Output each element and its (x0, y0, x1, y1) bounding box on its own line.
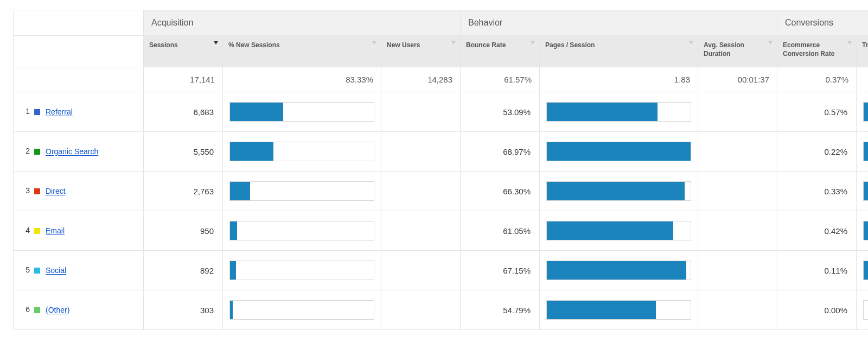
column-group-behavior: Behavior (461, 10, 777, 36)
bar-chart (546, 300, 691, 320)
cell-sessions: 5,550 (144, 132, 223, 172)
cell-new-users (381, 211, 461, 251)
bar-chart (863, 142, 868, 161)
cell-transactions-bar (857, 172, 868, 211)
cell-bounce-rate: 54.79% (461, 290, 540, 330)
legend-swatch-icon (34, 149, 40, 155)
bar-fill (230, 261, 236, 280)
cell-transactions-bar (857, 211, 868, 251)
cell-pages-per-session-bar (540, 132, 698, 172)
total-new-users: 14,283 (381, 67, 461, 92)
totals-row: 17,141 83.33% 14,283 61.57% 1.83 00:01:3… (14, 67, 869, 92)
analytics-channel-table: Acquisition Behavior Conversions Session… (13, 10, 855, 330)
cell-avg-session-duration (698, 132, 777, 172)
column-header-new-users[interactable]: New Users (381, 36, 461, 67)
column-group-header-row: Acquisition Behavior Conversions (14, 10, 869, 36)
total-transactions: 64 (857, 67, 868, 92)
table-row: 6(Other)30354.79%0.00% (14, 290, 869, 330)
channel-link[interactable]: Direct (46, 187, 66, 196)
bar-chart (863, 102, 868, 122)
cell-avg-session-duration (698, 211, 777, 251)
cell-bounce-rate: 66.30% (461, 172, 540, 211)
bar-fill (230, 221, 237, 240)
sort-descending-icon (372, 41, 376, 45)
bar-chart (863, 261, 868, 280)
bar-fill (230, 103, 283, 121)
row-label-cell: 2Organic Search (14, 132, 144, 172)
table-row: 2Organic Search5,55068.97%0.22% (14, 132, 869, 172)
cell-bounce-rate: 68.97% (461, 132, 540, 172)
cell-new-users (381, 290, 461, 330)
legend-swatch-icon (34, 228, 40, 234)
cell-sessions: 892 (144, 251, 223, 290)
row-label-cell: 6(Other) (14, 290, 144, 330)
cell-ecommerce-conversion-rate: 0.22% (777, 132, 857, 172)
row-index: 2 (22, 147, 30, 155)
bar-chart (546, 142, 691, 161)
bar-fill (230, 301, 233, 319)
cell-sessions: 950 (144, 211, 223, 251)
bar-chart (229, 300, 374, 320)
channel-link[interactable]: Organic Search (46, 148, 98, 156)
column-header-sessions[interactable]: Sessions (144, 36, 223, 67)
row-index: 6 (22, 305, 30, 314)
cell-avg-session-duration (698, 172, 777, 211)
cell-pages-per-session-bar (540, 172, 698, 211)
cell-sessions: 2,763 (144, 172, 223, 211)
sort-descending-icon (768, 41, 773, 45)
column-header-avg-session-duration[interactable]: Avg. Session Duration (698, 36, 777, 67)
cell-new-users (381, 172, 461, 211)
cell-pages-per-session-bar (540, 290, 698, 330)
cell-bounce-rate: 53.09% (461, 92, 540, 132)
total-pps: 1.83 (540, 67, 698, 92)
cell-pct-new-sessions-bar (223, 290, 381, 330)
channel-link[interactable]: Social (46, 267, 66, 275)
table-row: 5Social89267.15%0.11% (14, 251, 869, 290)
cell-transactions-bar (857, 92, 868, 132)
bar-chart (546, 181, 691, 201)
bar-fill (547, 301, 656, 319)
row-index: 3 (22, 186, 30, 195)
bar-chart (229, 181, 374, 201)
row-label-cell: 5Social (14, 251, 144, 290)
row-index: 5 (22, 265, 30, 274)
bar-fill (547, 182, 685, 200)
legend-swatch-icon (34, 307, 40, 313)
column-header-pct-new-sessions[interactable]: % New Sessions (223, 36, 381, 67)
bar-fill (864, 261, 868, 280)
cell-avg-session-duration (698, 92, 777, 132)
sort-descending-icon (531, 41, 535, 45)
bar-fill (547, 142, 691, 161)
cell-bounce-rate: 61.05% (461, 211, 540, 251)
bar-fill (547, 103, 658, 121)
cell-pct-new-sessions-bar (223, 92, 381, 132)
channel-link[interactable]: (Other) (46, 306, 69, 315)
bar-chart (863, 181, 868, 201)
bar-chart (546, 221, 691, 240)
cell-transactions-bar (857, 290, 868, 330)
cell-ecommerce-conversion-rate: 0.42% (777, 211, 857, 251)
column-header-ecommerce-conversion-rate[interactable]: Ecommerce Conversion Rate (777, 36, 857, 67)
cell-ecommerce-conversion-rate: 0.33% (777, 172, 857, 211)
channel-link[interactable]: Email (46, 227, 65, 236)
total-bounce: 61.57% (461, 67, 540, 92)
column-header-pages-per-session[interactable]: Pages / Session (540, 36, 698, 67)
total-pct-new: 83.33% (223, 67, 381, 92)
bar-fill (547, 221, 673, 240)
cell-transactions-bar (857, 251, 868, 290)
channel-link[interactable]: Referral (46, 108, 73, 117)
cell-pages-per-session-bar (540, 92, 698, 132)
bar-chart (229, 221, 374, 240)
cell-ecommerce-conversion-rate: 0.11% (777, 251, 857, 290)
column-header-transactions[interactable]: Transactions (857, 36, 868, 67)
cell-avg-session-duration (698, 290, 777, 330)
bar-fill (864, 103, 868, 121)
bar-fill (547, 261, 686, 280)
table-row: 4Email95061.05%0.42% (14, 211, 869, 251)
total-sessions: 17,141 (144, 67, 223, 92)
column-header-bounce-rate[interactable]: Bounce Rate (461, 36, 540, 67)
bar-fill (864, 182, 868, 200)
legend-swatch-icon (34, 268, 40, 274)
cell-bounce-rate: 67.15% (461, 251, 540, 290)
total-avg-dur: 00:01:37 (698, 67, 777, 92)
